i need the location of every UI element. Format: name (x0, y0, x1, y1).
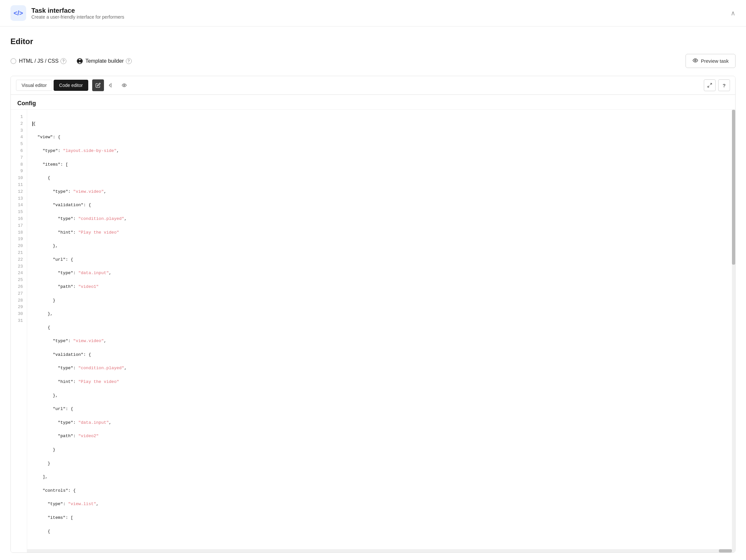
header-title: Task interface (31, 7, 124, 14)
horizontal-scrollbar-thumb[interactable] (719, 549, 732, 553)
svg-line-3 (710, 83, 712, 85)
code-line-4: "items": [ (32, 161, 730, 168)
eye-icon (692, 58, 698, 64)
code-line-5: { (32, 175, 730, 182)
code-editor-area[interactable]: 1 2 3 4 5 6 7 8 9 10 11 12 13 14 (11, 110, 735, 553)
radio-option-template[interactable]: Template builder ? (77, 58, 132, 64)
page-container: </> Task interface Create a user-friendl… (0, 0, 746, 560)
code-line-1: { (32, 121, 730, 127)
code-line-3: "type": "layout.side-by-side", (32, 148, 730, 154)
code-editor-inner: 1 2 3 4 5 6 7 8 9 10 11 12 13 14 (11, 110, 735, 553)
tab-visual-editor[interactable]: Visual editor (16, 80, 52, 91)
editor-tabs: Visual editor Code editor (16, 80, 88, 91)
code-line-10: }, (32, 243, 730, 249)
vertical-scrollbar-track[interactable] (732, 110, 735, 553)
preview-task-button[interactable]: Preview task (686, 54, 736, 68)
code-line-23: "type": "data.input", (32, 419, 730, 426)
radio-circle-template (77, 58, 83, 64)
radio-label-html: HTML / JS / CSS ? (19, 58, 66, 64)
radio-label-template: Template builder ? (85, 58, 132, 64)
collapse-button[interactable]: ∧ (730, 9, 736, 17)
line-numbers: 1 2 3 4 5 6 7 8 9 10 11 12 13 14 (11, 110, 27, 553)
vertical-scrollbar-thumb[interactable] (732, 110, 735, 265)
code-line-6: "type": "view.video", (32, 188, 730, 196)
radio-group: HTML / JS / CSS ? Template builder ? (10, 58, 132, 64)
code-line-12: "type": "data.input", (32, 270, 730, 277)
horizontal-scrollbar-track[interactable] (27, 549, 732, 553)
preview-icon-button[interactable] (118, 79, 130, 91)
header-text: Task interface Create a user-friendly in… (31, 7, 124, 20)
code-line-29: "type": "view.list", (32, 501, 730, 508)
code-line-15: }, (32, 311, 730, 318)
header: </> Task interface Create a user-friendl… (0, 0, 746, 26)
code-line-16: { (32, 324, 730, 331)
code-line-25: } (32, 447, 730, 453)
tab-code-editor[interactable]: Code editor (54, 80, 88, 91)
toolbar-icons (92, 79, 130, 91)
task-interface-icon: </> (10, 5, 26, 21)
code-line-13: "path": "video1" (32, 284, 730, 291)
code-content[interactable]: { "view": { "type": "layout.side-by-side… (27, 110, 735, 553)
code-line-8: "type": "condition.played", (32, 216, 730, 223)
code-line-11: "url": { (32, 257, 730, 263)
edit-icon-button[interactable] (92, 79, 104, 91)
header-subtitle: Create a user-friendly interface for per… (31, 14, 124, 20)
editor-panel: Visual editor Code editor (10, 76, 736, 553)
svg-point-2 (123, 85, 125, 86)
code-line-31: { (32, 528, 730, 535)
code-line-17: "type": "view.video", (32, 338, 730, 345)
svg-point-0 (695, 60, 696, 61)
code-line-22: "url": { (32, 406, 730, 413)
radio-option-html[interactable]: HTML / JS / CSS ? (10, 58, 66, 64)
code-line-24: "path": "video2" (32, 433, 730, 440)
editor-section-title: Editor (10, 37, 736, 46)
code-line-26: } (32, 460, 730, 467)
toolbar-left: Visual editor Code editor (16, 79, 130, 91)
radio-circle-html (10, 58, 16, 64)
code-line-2: "view": { (32, 134, 730, 141)
expand-button[interactable] (704, 79, 716, 91)
editor-toolbar: Visual editor Code editor (11, 76, 735, 95)
help-icon-template[interactable]: ? (126, 58, 132, 64)
help-button[interactable]: ? (718, 79, 730, 91)
code-line-21: }, (32, 392, 730, 399)
code-line-14: } (32, 297, 730, 304)
svg-line-4 (708, 86, 709, 87)
main-content: Editor HTML / JS / CSS ? (0, 26, 746, 560)
code-line-9: "hint": "Play the video" (32, 229, 730, 236)
toolbar-right-icons: ? (704, 79, 730, 91)
help-icon-html[interactable]: ? (60, 58, 66, 64)
code-line-28: "controls": { (32, 488, 730, 494)
code-line-7: "validation": { (32, 202, 730, 209)
config-title: Config (11, 95, 735, 110)
code-line-18: "validation": { (32, 352, 730, 358)
code-line-20: "hint": "Play the video" (32, 379, 730, 386)
split-icon-button[interactable] (105, 79, 117, 91)
code-line-19: "type": "condition.played", (32, 365, 730, 372)
code-line-30: "items": [ (32, 514, 730, 522)
header-left: </> Task interface Create a user-friendl… (10, 5, 124, 21)
code-line-27: ], (32, 474, 730, 481)
radio-options-row: HTML / JS / CSS ? Template builder ? (10, 54, 736, 68)
